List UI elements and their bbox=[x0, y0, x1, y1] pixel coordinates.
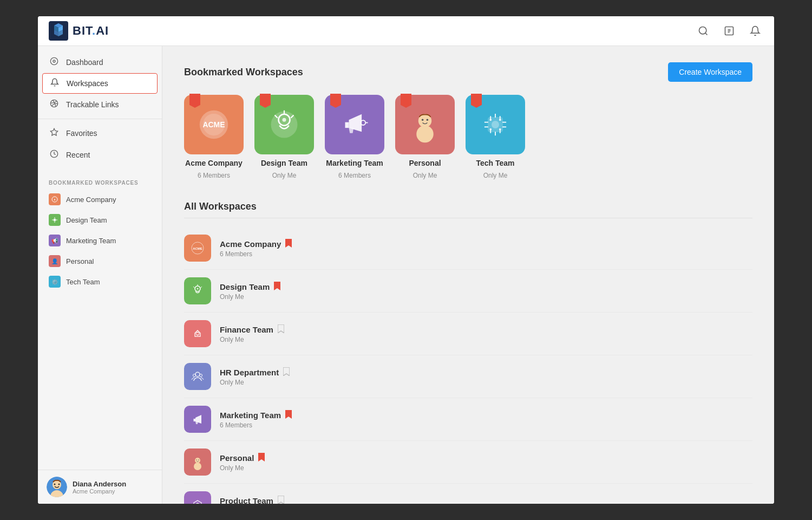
list-icon-product bbox=[184, 491, 211, 504]
card-acme[interactable]: ACME Acme Company 6 Members bbox=[184, 95, 244, 179]
user-name: Diana Anderson bbox=[73, 480, 126, 488]
bookmark-flag-design bbox=[260, 94, 271, 108]
card-design-members: Only Me bbox=[272, 172, 297, 179]
logo: BIT.AI bbox=[49, 21, 109, 41]
card-acme-icon: ACME bbox=[184, 95, 244, 154]
recent-icon bbox=[49, 150, 60, 160]
list-item-finance[interactable]: Finance Team Only Me bbox=[184, 313, 752, 355]
list-info-hr: HR Department Only Me bbox=[220, 367, 752, 386]
card-marketing[interactable]: Marketing Team 6 Members bbox=[325, 95, 384, 179]
svg-point-21 bbox=[283, 118, 286, 122]
sidebar-item-dashboard[interactable]: Dashboard bbox=[38, 51, 162, 73]
sidebar-workspace-acme[interactable]: A Acme Company bbox=[38, 189, 162, 210]
favorites-label: Favorites bbox=[66, 129, 97, 138]
card-personal-members: Only Me bbox=[413, 172, 437, 179]
svg-text:ACME: ACME bbox=[193, 247, 202, 250]
create-workspace-button[interactable]: Create Workspace bbox=[668, 62, 752, 82]
svg-point-4 bbox=[53, 60, 55, 62]
sidebar-item-recent[interactable]: Recent bbox=[38, 144, 162, 166]
sidebar-user-section[interactable]: Diana Anderson Acme Company bbox=[38, 470, 162, 504]
help-icon[interactable] bbox=[721, 23, 737, 39]
personal-icon-small: 👤 bbox=[49, 255, 61, 267]
list-name-marketing: Marketing Team bbox=[220, 410, 752, 420]
svg-point-40 bbox=[200, 374, 202, 377]
card-marketing-icon bbox=[325, 95, 384, 154]
card-marketing-members: 6 Members bbox=[338, 172, 371, 179]
svg-text:ACME: ACME bbox=[202, 120, 225, 129]
list-name-personal: Personal bbox=[220, 453, 752, 463]
sidebar-item-favorites[interactable]: Favorites bbox=[38, 122, 162, 144]
list-icon-hr bbox=[184, 363, 211, 390]
all-workspaces-title: All Workspaces bbox=[184, 201, 752, 218]
sidebar-item-workspaces[interactable]: Workspaces bbox=[42, 73, 158, 94]
card-personal-icon bbox=[395, 95, 455, 154]
card-tech-members: Only Me bbox=[483, 172, 508, 179]
card-tech-icon bbox=[466, 95, 525, 154]
card-tech[interactable]: Tech Team Only Me bbox=[466, 95, 525, 179]
sidebar: Dashboard Workspaces bbox=[38, 46, 162, 504]
bookmark-flag-marketing bbox=[330, 94, 341, 108]
bookmark-flag-personal bbox=[401, 94, 411, 108]
list-item-hr[interactable]: HR Department Only Me bbox=[184, 355, 752, 398]
svg-point-42 bbox=[194, 463, 201, 470]
svg-point-15 bbox=[58, 484, 60, 485]
list-info-product: Product Team Only Me bbox=[220, 496, 752, 504]
sidebar-item-trackable-links[interactable]: Trackable Links bbox=[38, 94, 162, 115]
svg-point-41 bbox=[195, 458, 200, 463]
bookmark-inactive-product bbox=[278, 496, 284, 504]
svg-point-26 bbox=[427, 119, 429, 121]
list-icon-design bbox=[184, 277, 211, 304]
card-personal[interactable]: Personal Only Me bbox=[395, 95, 455, 179]
logo-icon bbox=[49, 21, 68, 41]
svg-point-38 bbox=[195, 372, 200, 376]
all-workspaces-list: ACME Acme Company 6 Members bbox=[184, 227, 752, 504]
list-name-product: Product Team bbox=[220, 496, 752, 504]
sidebar-workspace-design[interactable]: Design Team bbox=[38, 210, 162, 230]
acme-icon-small: A bbox=[49, 193, 61, 205]
bookmarked-cards-container: ACME Acme Company 6 Members bbox=[184, 95, 752, 179]
sidebar-workspace-personal[interactable]: 👤 Personal bbox=[38, 251, 162, 271]
svg-point-28 bbox=[492, 121, 499, 128]
list-name-acme: Acme Company bbox=[220, 239, 752, 249]
top-icons bbox=[695, 23, 763, 39]
svg-marker-6 bbox=[50, 128, 57, 135]
svg-point-36 bbox=[197, 288, 199, 290]
list-icon-acme: ACME bbox=[184, 235, 211, 262]
svg-point-44 bbox=[198, 459, 199, 460]
bookmark-active-design bbox=[274, 282, 280, 292]
list-item-design[interactable]: Design Team Only Me bbox=[184, 270, 752, 313]
list-item-marketing[interactable]: Marketing Team 6 Members bbox=[184, 398, 752, 441]
top-bar: BIT.AI bbox=[38, 16, 774, 46]
card-design[interactable]: Design Team Only Me bbox=[254, 95, 314, 179]
svg-point-1 bbox=[699, 27, 706, 34]
svg-point-32 bbox=[499, 128, 501, 131]
list-name-finance: Finance Team bbox=[220, 324, 752, 335]
list-item-product[interactable]: Product Team Only Me bbox=[184, 484, 752, 504]
trackable-links-icon bbox=[49, 99, 60, 110]
bookmark-inactive-finance bbox=[278, 324, 284, 335]
sidebar-nav: Dashboard Workspaces bbox=[38, 46, 162, 171]
bookmark-active-marketing bbox=[285, 410, 292, 420]
search-icon[interactable] bbox=[695, 23, 711, 39]
svg-point-30 bbox=[499, 119, 501, 121]
user-info: Diana Anderson Acme Company bbox=[73, 480, 126, 495]
main-layout: Dashboard Workspaces bbox=[38, 46, 774, 504]
bell-icon[interactable] bbox=[747, 23, 763, 39]
bookmarked-section-title: Bookmarked Workspaces bbox=[184, 67, 303, 78]
sidebar-workspace-tech[interactable]: ⚙️ Tech Team bbox=[38, 271, 162, 292]
tech-icon-small: ⚙️ bbox=[49, 276, 61, 288]
sidebar-personal-label: Personal bbox=[66, 257, 94, 265]
marketing-icon-small: 📢 bbox=[49, 235, 61, 246]
sidebar-acme-label: Acme Company bbox=[66, 196, 116, 204]
dashboard-label: Dashboard bbox=[66, 58, 103, 67]
list-item-acme[interactable]: ACME Acme Company 6 Members bbox=[184, 227, 752, 270]
list-info-personal: Personal Only Me bbox=[220, 453, 752, 472]
bookmark-inactive-hr bbox=[283, 367, 290, 378]
bookmark-flag-acme bbox=[189, 94, 200, 108]
list-members-hr: Only Me bbox=[220, 379, 752, 386]
list-info-acme: Acme Company 6 Members bbox=[220, 239, 752, 258]
avatar bbox=[47, 477, 67, 497]
svg-point-25 bbox=[422, 119, 424, 121]
sidebar-workspace-marketing[interactable]: 📢 Marketing Team bbox=[38, 230, 162, 251]
list-item-personal[interactable]: Personal Only Me bbox=[184, 441, 752, 484]
